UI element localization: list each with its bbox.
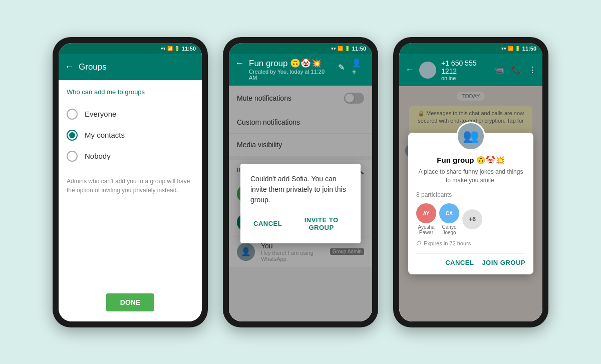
invite-person-more: +6 [462,209,482,229]
who-can-add-label: Who can add me to groups [67,88,194,96]
radio-label-everyone: Everyone [85,110,116,118]
signal-icon-3: 📶 [508,46,513,51]
phones-container: ▾▾ 📶 🔋 11:50 ← Groups Who can add me to … [0,27,601,337]
battery-icon-3: 🔋 [515,46,520,51]
invite-group-avatar: 👥 [456,122,485,151]
join-group-button[interactable]: JOIN GROUP [482,259,525,266]
radio-my-contacts[interactable]: My contacts [67,125,194,146]
status-bar-1: ▾▾ 📶 🔋 11:50 [59,43,202,54]
app-bar-2: ← Fun group 🙃🤡💥 Created by You, today at… [229,54,372,86]
invite-group-name: Fun group 🙃🤡💥 [416,156,525,165]
invite-avatar-cahyo: CA [439,203,459,223]
invite-person-1: AY AyeshaPawar [416,203,436,235]
wifi-icon-2: ▾▾ [331,46,336,51]
battery-icon: 🔋 [174,46,180,51]
phone-call-icon[interactable]: 📞 [511,65,521,75]
clock-icon: ⏱ [416,240,422,246]
invite-description: A place to share funny jokes and things … [416,168,525,185]
invite-name-ayesha: AyeshaPawar [418,224,434,235]
expiry-text: Expires in 72 hours [424,240,471,246]
group-invite-overlay: 👥 Fun group 🙃🤡💥 A place to share funny j… [399,86,542,321]
dialog-cancel-button[interactable]: CANCEL [250,214,285,233]
phone-2: ▾▾ 📶 🔋 11:50 ← Fun group 🙃🤡💥 Created by … [223,37,378,327]
dialog-overlay: Couldn't add Sofia. You can invite them … [229,86,372,321]
dialog-box: Couldn't add Sofia. You can invite them … [240,164,361,243]
dialog-invite-button[interactable]: INVITE TO GROUP [292,214,351,233]
groups-hint: Admins who can't add you to a group will… [67,177,194,195]
radio-label-my-contacts: My contacts [85,131,125,139]
app-bar-group-info: Fun group 🙃🤡💥 Created by You, today at 1… [249,58,333,81]
dialog-message: Couldn't add Sofia. You can invite them … [250,174,351,205]
invite-participants-count: 8 participants [416,191,525,198]
radio-circle-everyone [67,109,78,120]
group-invite-card: 👥 Fun group 🙃🤡💥 A place to share funny j… [408,133,533,275]
wifi-icon: ▾▾ [161,46,166,51]
status-bar-3: ▾▾ 📶 🔋 11:50 [399,43,542,54]
wifi-icon-3: ▾▾ [501,46,506,51]
invite-avatar-more: +6 [462,209,482,229]
group-created-by: Created by You, today at 11:20 AM [249,69,333,81]
status-icons-2: ▾▾ 📶 🔋 [331,46,350,51]
radio-label-nobody: Nobody [85,152,111,160]
app-bar-title-1: Groups [79,62,196,72]
invite-actions: CANCEL JOIN GROUP [416,253,525,266]
back-button-3[interactable]: ← [405,65,414,75]
screen-content-2: Mute notifications Custom notifications … [229,86,372,321]
app-bar-icons-3: 📹 📞 ⋮ [494,65,536,75]
invite-person-2: CA CahyoJoego [439,203,459,235]
contact-avatar [419,62,436,79]
invite-cancel-button[interactable]: CANCEL [445,259,474,266]
contact-number: +1 650 555 1212 [441,59,489,75]
status-time-2: 11:50 [352,46,366,52]
phone-3: ▾▾ 📶 🔋 11:50 ← +1 650 555 1212 online 📹 … [393,37,548,327]
app-bar-3: ← +1 650 555 1212 online 📹 📞 ⋮ [399,54,542,86]
invite-avatars: AY AyeshaPawar CA CahyoJoego +6 [416,203,525,235]
more-options-icon[interactable]: ⋮ [528,65,536,75]
invite-expiry: ⏱ Expires in 72 hours [416,240,525,246]
dialog-actions: CANCEL INVITE TO GROUP [250,214,351,233]
battery-icon-2: 🔋 [345,46,350,51]
radio-dot-my-contacts [69,132,75,138]
radio-circle-nobody [67,151,78,162]
status-icons-1: ▾▾ 📶 🔋 [161,46,180,51]
phone-1: ▾▾ 📶 🔋 11:50 ← Groups Who can add me to … [53,37,208,327]
signal-icon: 📶 [167,46,173,51]
signal-icon-2: 📶 [338,46,343,51]
group-name-header: Fun group 🙃🤡💥 [249,58,333,69]
radio-nobody[interactable]: Nobody [67,146,194,167]
groups-content: Who can add me to groups Everyone My con… [59,80,202,203]
screen-content-1: Who can add me to groups Everyone My con… [59,80,202,321]
app-bar-icons-2: ✎ 👤+ [338,58,366,77]
video-call-icon[interactable]: 📹 [494,65,504,75]
app-bar-1: ← Groups [59,54,202,80]
status-time-1: 11:50 [182,46,196,52]
done-button[interactable]: DONE [106,293,154,311]
invite-name-cahyo: CahyoJoego [442,224,457,235]
contact-info: +1 650 555 1212 online [441,59,489,81]
invite-avatar-ayesha: AY [416,203,436,223]
status-icons-3: ▾▾ 📶 🔋 [501,46,520,51]
contact-status: online [441,75,489,81]
edit-icon[interactable]: ✎ [338,63,345,72]
screen-content-3: TODAY 🔒 Messages to this chat and calls … [399,86,542,321]
radio-circle-my-contacts [67,130,78,141]
back-button-2[interactable]: ← [235,58,244,69]
status-bar-2: ▾▾ 📶 🔋 11:50 [229,43,372,54]
back-button-1[interactable]: ← [65,62,74,72]
radio-everyone[interactable]: Everyone [67,104,194,125]
add-person-icon[interactable]: 👤+ [352,58,366,77]
status-time-3: 11:50 [522,46,536,52]
